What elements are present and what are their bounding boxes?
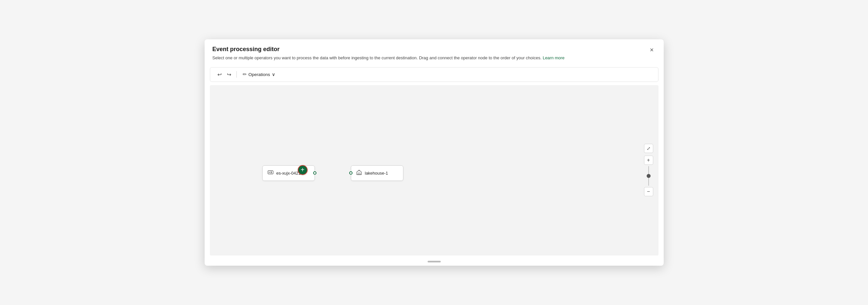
- bottom-indicator: [205, 259, 664, 266]
- zoom-out-button[interactable]: −: [644, 187, 653, 196]
- redo-button[interactable]: ↪: [225, 70, 233, 79]
- event-processing-dialog: Event processing editor Select one or mu…: [205, 39, 664, 266]
- canvas-area: es-xujx-0421 + lakehouse-1 ⤢: [210, 85, 658, 256]
- zoom-in-button[interactable]: +: [644, 156, 653, 165]
- add-operation-button-container: +: [298, 165, 308, 175]
- source-node-label: es-xujx-0421: [276, 171, 301, 176]
- scroll-pill: [428, 261, 441, 262]
- toolbar: ↩ ↪ ✏ Operations ∨: [210, 67, 658, 82]
- close-button[interactable]: ×: [647, 44, 657, 55]
- destination-node[interactable]: lakehouse-1: [351, 165, 403, 181]
- zoom-controls: ⤢ + −: [644, 144, 653, 197]
- operations-menu-button[interactable]: ✏ Operations ∨: [240, 70, 278, 79]
- zoom-fit-icon: ⤢: [647, 146, 651, 151]
- dialog-title: Event processing editor: [213, 46, 656, 53]
- undo-button[interactable]: ↩: [215, 70, 224, 79]
- dialog-subtitle: Select one or multiple operators you wan…: [213, 55, 656, 61]
- operations-label: Operations: [249, 72, 270, 77]
- toolbar-divider: [237, 71, 237, 78]
- dest-node-icon: [356, 169, 362, 177]
- source-node-right-connector: [313, 171, 316, 175]
- svg-rect-7: [358, 173, 360, 175]
- dest-node-left-connector: [349, 171, 352, 175]
- zoom-in-icon: +: [647, 157, 650, 163]
- zoom-out-icon: −: [647, 189, 650, 195]
- dialog-header: Event processing editor Select one or mu…: [205, 39, 664, 64]
- zoom-slider-thumb: [647, 174, 651, 178]
- add-operation-button[interactable]: +: [298, 165, 308, 175]
- zoom-fit-button[interactable]: ⤢: [644, 144, 653, 153]
- zoom-slider-track: [648, 166, 649, 186]
- chevron-down-icon: ∨: [272, 72, 275, 77]
- learn-more-link[interactable]: Learn more: [543, 55, 564, 60]
- operations-icon: ✏: [243, 71, 247, 77]
- source-node-icon: [267, 169, 274, 177]
- dest-node-label: lakehouse-1: [365, 171, 388, 176]
- svg-point-2: [269, 172, 270, 173]
